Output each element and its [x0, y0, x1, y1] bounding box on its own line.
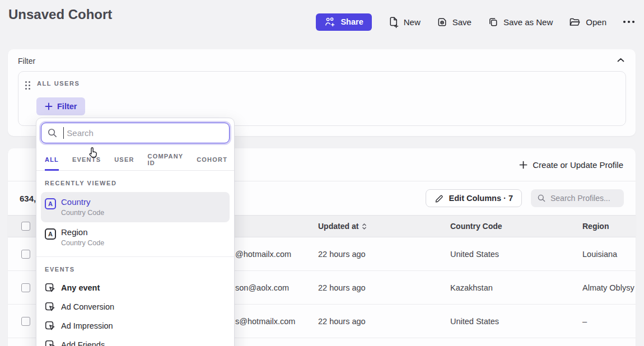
save-floppy-icon: [437, 17, 447, 27]
tab-user[interactable]: USER: [114, 148, 134, 171]
open-label: Open: [586, 17, 606, 27]
event-cursor-icon: [45, 283, 55, 293]
column-header-country-code[interactable]: Country Code: [450, 222, 502, 231]
event-label: Add Friends: [61, 340, 105, 346]
collapse-filter-button[interactable]: [615, 55, 627, 65]
sort-icon: [362, 223, 367, 230]
share-users-icon: [324, 17, 335, 27]
new-label: New: [404, 17, 421, 27]
filter-panel-title: Filter: [18, 57, 35, 66]
edit-columns-button[interactable]: Edit Columns · 7: [426, 189, 522, 207]
item-subtitle: Country Code: [61, 239, 104, 247]
edit-columns-label: Edit Columns · 7: [449, 194, 513, 203]
add-filter-label: Filter: [57, 102, 77, 111]
drag-handle-icon[interactable]: [25, 81, 30, 90]
copy-icon: [488, 17, 498, 27]
folder-open-icon: [569, 17, 581, 27]
letter-a-property-icon: A: [45, 198, 56, 209]
list-item-ad-impression[interactable]: Ad Impression: [36, 316, 234, 335]
app-window: Unsaved Cohort Share New: [0, 0, 644, 346]
text-caret: [63, 127, 64, 139]
row-checkbox[interactable]: [21, 250, 30, 259]
new-file-icon: [388, 16, 399, 28]
search-icon: [47, 128, 58, 138]
country-cell: United States: [450, 250, 499, 259]
section-label-recently-viewed: RECENTLY VIEWED: [45, 180, 234, 186]
tab-company-id[interactable]: COMPANY ID: [148, 148, 184, 171]
page-title: Unsaved Cohort: [8, 7, 112, 22]
item-title: Country: [61, 197, 104, 207]
row-checkbox[interactable]: [21, 317, 30, 326]
country-cell: Kazakhstan: [450, 283, 493, 292]
country-cell: United States: [450, 317, 499, 326]
item-subtitle: Country Code: [61, 209, 104, 217]
pencil-icon: [435, 194, 444, 203]
event-cursor-icon: [45, 302, 55, 312]
list-item-region[interactable]: A Region Country Code: [41, 222, 230, 253]
add-filter-button[interactable]: Filter: [36, 97, 85, 115]
list-item-ad-conversion[interactable]: Ad Conversion: [36, 297, 234, 316]
column-header-updated-at[interactable]: Updated at: [318, 222, 367, 231]
email-cell: @hotmailx.com: [235, 250, 291, 259]
region-cell: Louisiana: [582, 250, 617, 259]
filter-property-dropdown: ALL EVENTS USER COMPANY ID COHORT RECENT…: [36, 118, 235, 346]
column-header-region[interactable]: Region: [582, 222, 609, 231]
more-options-button[interactable]: [623, 20, 635, 24]
dropdown-tabs: ALL EVENTS USER COMPANY ID COHORT: [36, 148, 234, 171]
email-cell: s@hotmailx.com: [235, 317, 295, 326]
letter-a-property-icon: A: [45, 228, 56, 240]
create-or-update-profile-label: Create or Update Profile: [533, 160, 623, 170]
select-all-checkbox[interactable]: [21, 222, 30, 231]
event-label: Ad Conversion: [61, 302, 114, 311]
updated-cell: 22 hours ago: [318, 250, 366, 259]
divider: [36, 256, 234, 257]
plus-icon: [45, 102, 53, 110]
updated-cell: 22 hours ago: [318, 283, 366, 292]
toolbar: Share New Save: [316, 12, 635, 31]
row-checkbox[interactable]: [21, 283, 30, 292]
event-label: Any event: [61, 283, 100, 292]
save-as-new-label: Save as New: [503, 17, 553, 27]
region-cell: Almaty Oblysy: [582, 283, 634, 292]
share-button[interactable]: Share: [316, 13, 371, 31]
open-button[interactable]: Open: [569, 17, 606, 27]
event-label: Ad Impression: [61, 321, 113, 330]
create-or-update-profile-button[interactable]: Create or Update Profile: [519, 160, 623, 170]
updated-cell: 22 hours ago: [318, 317, 366, 326]
plus-icon: [519, 161, 528, 169]
chevron-up-icon: [617, 58, 624, 63]
list-item-country[interactable]: A Country Country Code: [41, 192, 230, 222]
search-icon: [537, 194, 546, 203]
item-title: Region: [61, 227, 104, 237]
tab-events[interactable]: EVENTS: [72, 148, 101, 171]
dropdown-search-box[interactable]: [41, 123, 230, 143]
section-label-events: EVENTS: [45, 266, 234, 273]
tab-all[interactable]: ALL: [45, 148, 59, 171]
event-cursor-icon: [45, 340, 55, 346]
ellipsis-icon: [623, 20, 635, 24]
list-item-add-friends[interactable]: Add Friends: [36, 335, 234, 346]
save-label: Save: [452, 17, 472, 27]
list-item-any-event[interactable]: Any event: [36, 278, 234, 297]
region-cell: –: [582, 317, 587, 326]
email-cell: son@aolx.com: [235, 283, 289, 292]
profiles-search-box[interactable]: [531, 189, 624, 207]
share-label: Share: [340, 17, 363, 26]
tab-cohort[interactable]: COHORT: [197, 148, 227, 171]
save-button[interactable]: Save: [437, 17, 472, 27]
dropdown-search-input[interactable]: [67, 128, 223, 138]
new-button[interactable]: New: [388, 16, 421, 28]
profiles-search-input[interactable]: [550, 194, 618, 203]
event-cursor-icon: [45, 321, 55, 331]
filter-group-label: ALL USERS: [37, 80, 80, 87]
save-as-new-button[interactable]: Save as New: [488, 17, 553, 27]
